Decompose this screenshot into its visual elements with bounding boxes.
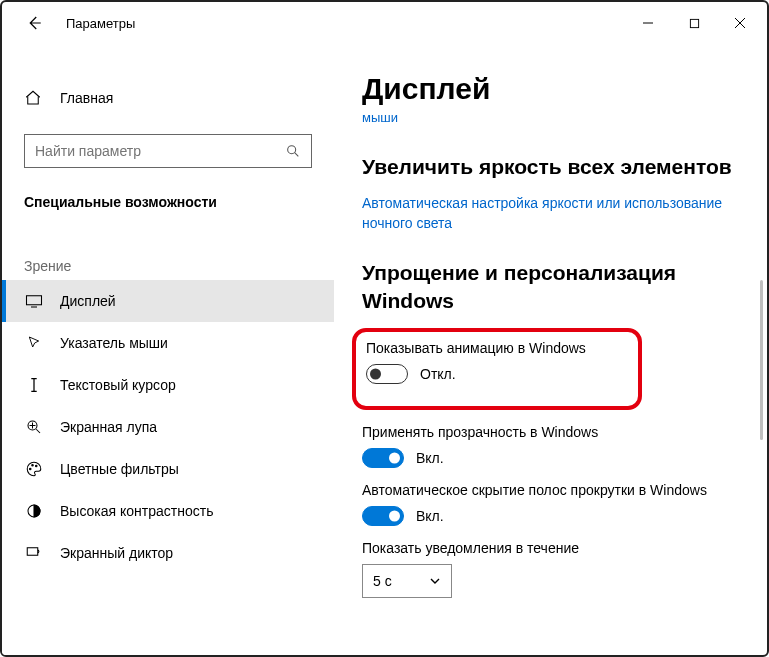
window-title: Параметры	[66, 16, 135, 31]
page-title: Дисплей	[362, 72, 739, 106]
heading-simplify: Упрощение и персонализация Windows	[362, 259, 739, 314]
setting-label-scrollbars: Автоматическое скрытие полос прокрутки в…	[362, 482, 739, 498]
maximize-button[interactable]	[671, 7, 717, 39]
sidebar-item-label: Указатель мыши	[60, 335, 168, 351]
sidebar-item-label: Экранный диктор	[60, 545, 173, 561]
sidebar-item-label: Дисплей	[60, 293, 116, 309]
sidebar-item-mouse-pointer[interactable]: Указатель мыши	[2, 322, 334, 364]
toggle-state-scrollbars: Вкл.	[416, 508, 444, 524]
chevron-down-icon	[429, 575, 441, 587]
contrast-icon	[24, 502, 44, 520]
palette-icon	[24, 460, 44, 478]
sidebar-item-display[interactable]: Дисплей	[2, 280, 334, 322]
sidebar-item-label: Высокая контрастность	[60, 503, 213, 519]
sidebar-item-label: Экранная лупа	[60, 419, 157, 435]
window-controls	[625, 7, 763, 39]
titlebar: Параметры	[2, 2, 767, 44]
setting-label-transparency: Применять прозрачность в Windows	[362, 424, 739, 440]
search-box[interactable]	[24, 134, 312, 168]
sidebar-item-narrator[interactable]: Экранный диктор	[2, 532, 334, 574]
nav-list: Дисплей Указатель мыши Текстовый курсор	[2, 280, 334, 574]
select-value: 5 с	[373, 573, 392, 589]
narrator-icon	[24, 544, 44, 562]
link-night-light[interactable]: Автоматическая настройка яркости или исп…	[362, 194, 739, 233]
home-nav[interactable]: Главная	[2, 78, 334, 118]
back-button[interactable]	[16, 5, 52, 41]
magnifier-icon	[24, 418, 44, 436]
toggle-state-transparency: Вкл.	[416, 450, 444, 466]
svg-point-4	[288, 146, 296, 154]
category-label: Зрение	[24, 258, 334, 274]
toggle-state-animation: Откл.	[420, 366, 456, 382]
setting-label-animation: Показывать анимацию в Windows	[366, 340, 624, 356]
svg-rect-17	[27, 548, 38, 556]
sidebar-item-label: Цветные фильтры	[60, 461, 179, 477]
section-title: Специальные возможности	[24, 194, 334, 210]
heading-brightness: Увеличить яркость всех элементов	[362, 153, 739, 180]
search-input[interactable]	[35, 143, 285, 159]
setting-label-notifications: Показать уведомления в течение	[362, 540, 739, 556]
minimize-button[interactable]	[625, 7, 671, 39]
close-button[interactable]	[717, 7, 763, 39]
sidebar-item-color-filters[interactable]: Цветные фильтры	[2, 448, 334, 490]
highlight-annotation: Показывать анимацию в Windows Откл.	[352, 328, 642, 410]
sidebar-item-magnifier[interactable]: Экранная лупа	[2, 406, 334, 448]
svg-rect-6	[27, 296, 42, 305]
sidebar-item-high-contrast[interactable]: Высокая контрастность	[2, 490, 334, 532]
settings-window: Параметры Главная	[0, 0, 769, 657]
svg-point-13	[30, 468, 32, 470]
partial-link-text[interactable]: мыши	[362, 110, 739, 125]
svg-line-5	[295, 153, 299, 157]
sidebar-item-text-cursor[interactable]: Текстовый курсор	[2, 364, 334, 406]
home-label: Главная	[60, 90, 113, 106]
home-icon	[24, 89, 44, 107]
notification-duration-select[interactable]: 5 с	[362, 564, 452, 598]
toggle-scrollbars[interactable]	[362, 506, 404, 526]
sidebar: Главная Специальные возможности Зрение Д…	[2, 44, 334, 655]
search-icon	[285, 143, 301, 159]
sidebar-item-label: Текстовый курсор	[60, 377, 176, 393]
svg-point-14	[32, 465, 34, 467]
content-pane: Дисплей мыши Увеличить яркость всех элем…	[334, 44, 767, 655]
toggle-animation[interactable]	[366, 364, 408, 384]
svg-line-12	[36, 429, 40, 433]
svg-point-15	[36, 465, 38, 467]
svg-rect-1	[690, 19, 698, 27]
toggle-transparency[interactable]	[362, 448, 404, 468]
text-cursor-icon	[24, 376, 44, 394]
scrollbar[interactable]	[760, 280, 763, 440]
cursor-icon	[24, 334, 44, 352]
monitor-icon	[24, 294, 44, 308]
